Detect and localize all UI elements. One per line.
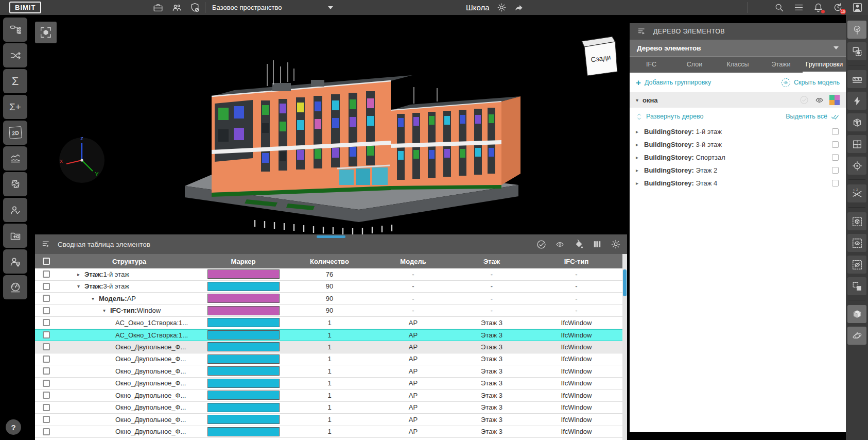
eye-icon[interactable] <box>555 240 565 249</box>
row-checkbox[interactable] <box>43 392 50 399</box>
tree-tab[interactable]: Этажи <box>759 57 803 73</box>
share-icon[interactable] <box>514 3 524 13</box>
table-row[interactable]: Окно_Двупольное_Ф... 1 АР Этаж 3 IfcWind… <box>35 426 622 438</box>
fit-screen-button[interactable] <box>35 22 57 43</box>
row-checkbox[interactable] <box>43 307 50 314</box>
col-count[interactable]: Количество <box>286 258 373 265</box>
puzzle-icon[interactable] <box>3 172 27 196</box>
table-row[interactable]: Окно_Двупольное_Ф... 1 АР Этаж 3 IfcWind… <box>35 341 622 353</box>
user-icon[interactable] <box>852 2 863 13</box>
table-row[interactable]: Окно_Двупольное_Ф... 1 АР Этаж 3 IfcWind… <box>35 390 622 402</box>
tree-expand-caret[interactable]: ▸ <box>636 155 644 160</box>
tree-expand-caret[interactable]: ▸ <box>636 142 644 147</box>
document-2d-icon[interactable]: 2D <box>3 121 27 145</box>
shield-person-icon[interactable] <box>189 2 201 13</box>
row-checkbox[interactable] <box>43 319 50 326</box>
panel-drag-handle[interactable] <box>317 235 345 238</box>
shuffle-arrows-icon[interactable] <box>3 43 27 67</box>
search-icon[interactable] <box>774 2 785 13</box>
tree-tab[interactable]: Группировки <box>803 57 846 73</box>
select-shapes-icon[interactable] <box>847 42 866 60</box>
gear-icon[interactable] <box>611 239 621 249</box>
view-cube[interactable]: Сзади <box>579 36 622 80</box>
row-checkbox[interactable] <box>43 356 50 363</box>
row-checkbox[interactable] <box>43 416 50 423</box>
briefcase-icon[interactable] <box>152 2 164 13</box>
lightning-icon[interactable] <box>847 92 866 110</box>
trend-lines-icon[interactable] <box>3 146 27 171</box>
col-ifc[interactable]: IFC-тип <box>530 258 622 265</box>
row-checkbox[interactable] <box>43 343 50 350</box>
table-row[interactable]: ▸ Этаж: 1-й этаж 76 - - - <box>35 268 622 281</box>
table-row[interactable]: Окно_Двупольное_Ф... 1 АР Этаж 3 IfcWind… <box>35 365 622 378</box>
tree-circle-icon[interactable] <box>847 21 866 39</box>
table-row[interactable]: АС_Окно_1Створка:1... 1 АР Этаж 3 IfcWin… <box>35 317 622 329</box>
tree-item-checkbox[interactable] <box>832 141 839 148</box>
table-row[interactable]: ▾ IFC-тип: Window 90 - - - <box>35 305 622 317</box>
solid-cube-icon[interactable] <box>847 305 866 323</box>
row-checkbox[interactable] <box>43 367 50 375</box>
row-checkbox[interactable] <box>43 283 50 290</box>
tree-item-buildingstorey[interactable]: ▸ BuildingStorey: 3-й этаж <box>630 138 846 151</box>
locate-target-icon[interactable] <box>847 157 866 175</box>
tree-item-checkbox[interactable] <box>832 180 839 187</box>
table-scrollbar[interactable] <box>622 254 627 440</box>
table-row[interactable]: Окно_Двупольное_Ф... 1 АР Этаж 3 IfcWind… <box>35 402 622 414</box>
tree-item-checkbox[interactable] <box>832 154 839 161</box>
add-grouping-button[interactable]: + Добавить группировку <box>636 78 711 87</box>
eye-icon[interactable] <box>814 95 824 105</box>
columns-icon[interactable] <box>592 239 602 249</box>
menu-arrow-icon[interactable] <box>41 239 51 249</box>
cube-dashed-icon[interactable] <box>847 212 866 230</box>
expand-tree-button[interactable]: Развернуть дерево <box>636 113 703 121</box>
col-floor[interactable]: Этаж <box>453 258 530 265</box>
history-icon[interactable]: 10 <box>832 2 843 13</box>
row-checkbox[interactable] <box>43 380 50 387</box>
table-row[interactable]: Окно_Двупольное_Ф... 1 АР Этаж 3 IfcWind… <box>35 353 622 366</box>
tree-expand-caret[interactable]: ▸ <box>636 167 644 173</box>
clear-selection-icon[interactable] <box>847 277 866 295</box>
help-button[interactable]: ? <box>6 419 21 435</box>
gauge-icon[interactable] <box>3 275 27 299</box>
gear-icon[interactable] <box>497 3 507 12</box>
row-expand-caret[interactable]: ▾ <box>92 296 96 301</box>
select-all-button[interactable]: Выделить всё <box>786 113 840 121</box>
bell-icon[interactable] <box>813 2 824 13</box>
box-section-icon[interactable] <box>847 113 866 131</box>
col-model[interactable]: Модель <box>373 258 453 265</box>
row-expand-caret[interactable]: ▾ <box>77 283 82 289</box>
tree-expand-caret[interactable]: ▸ <box>636 129 644 134</box>
users-icon[interactable] <box>171 2 182 13</box>
tree-selector-dropdown[interactable]: Дерево элементов <box>630 40 846 57</box>
table-scrollbar-thumb[interactable] <box>623 269 627 296</box>
check-circle-icon[interactable] <box>799 95 809 105</box>
row-checkbox[interactable] <box>43 270 50 278</box>
tree-item-buildingstorey[interactable]: ▸ BuildingStorey: Этаж 2 <box>630 164 846 177</box>
orbit-icon[interactable] <box>847 327 866 345</box>
row-checkbox[interactable] <box>43 331 50 339</box>
eye-off-dashed-icon[interactable] <box>847 256 866 274</box>
table-row[interactable]: ▾ Модель: АР 90 - - - <box>35 293 622 305</box>
tree-item-buildingstorey[interactable]: ▸ BuildingStorey: Спортзал <box>630 151 846 164</box>
floor-plan-icon[interactable] <box>847 135 866 153</box>
list-icon[interactable] <box>793 2 804 13</box>
tree-structure-icon[interactable] <box>3 18 27 42</box>
tree-item-buildingstorey[interactable]: ▸ BuildingStorey: 1-й этаж <box>630 125 846 138</box>
tree-tab[interactable]: Классы <box>716 57 759 73</box>
user-check-icon[interactable] <box>3 198 27 222</box>
table-row[interactable]: АС_Окно_1Створка:1... 1 АР Этаж 3 IfcWin… <box>35 329 622 342</box>
sigma-icon[interactable]: Σ <box>3 69 27 93</box>
col-marker[interactable]: Маркер <box>201 258 286 265</box>
axis-gizmo[interactable]: z x Y <box>54 132 110 189</box>
eye-dashed-icon[interactable] <box>847 234 866 252</box>
ruler-icon[interactable] <box>847 70 866 88</box>
viewport-3d[interactable]: Сзади z x Y Сводная таблица элементов <box>30 15 630 440</box>
tree-expand-caret[interactable]: ▸ <box>636 180 644 186</box>
hide-model-button[interactable]: Скрыть модель <box>782 78 840 87</box>
user-pin-icon[interactable] <box>3 249 27 274</box>
header-checkbox[interactable] <box>43 258 50 265</box>
row-checkbox[interactable] <box>43 295 50 302</box>
col-structure[interactable]: Структура <box>58 258 201 265</box>
grouping-row-okna[interactable]: ▾ окна <box>630 92 846 108</box>
bimit-logo[interactable]: BIMIT <box>9 2 41 13</box>
